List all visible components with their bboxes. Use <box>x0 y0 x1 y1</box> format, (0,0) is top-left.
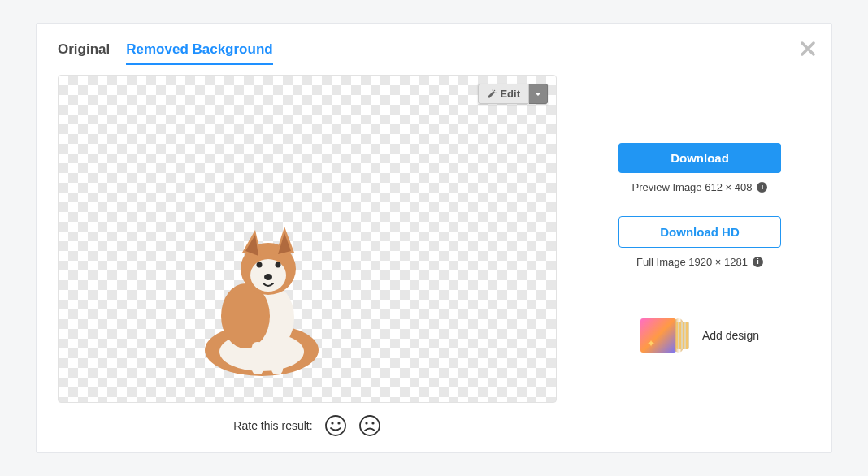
edit-button-group: Edit <box>478 84 548 104</box>
preview-canvas: Edit <box>58 75 557 403</box>
preview-size-label: Preview Image 612 × 408 <box>632 181 753 193</box>
smile-icon <box>324 414 347 437</box>
add-design-label: Add design <box>702 329 759 342</box>
svg-point-13 <box>264 274 272 280</box>
rate-row: Rate this result: <box>58 414 557 437</box>
result-image <box>180 220 343 383</box>
side-panel: Download Preview Image 612 × 408 i Downl… <box>589 75 810 437</box>
content-row: Edit <box>58 75 810 437</box>
svg-point-2 <box>493 89 493 90</box>
rate-label: Rate this result: <box>233 419 312 432</box>
design-thumbnail-icon: ✦ <box>640 318 692 353</box>
svg-point-11 <box>257 262 263 268</box>
close-button[interactable] <box>801 40 815 59</box>
svg-point-15 <box>331 422 333 424</box>
preview-column: Edit <box>58 75 557 437</box>
info-icon[interactable]: i <box>753 257 763 267</box>
svg-point-19 <box>371 422 374 424</box>
full-size-text: Full Image 1920 × 1281 i <box>636 256 763 268</box>
add-design-button[interactable]: ✦ Add design <box>640 318 759 353</box>
rate-bad-button[interactable] <box>358 414 381 437</box>
svg-rect-8 <box>271 342 283 374</box>
tab-removed-background[interactable]: Removed Background <box>126 41 272 65</box>
download-hd-button[interactable]: Download HD <box>618 216 781 248</box>
svg-point-16 <box>337 422 340 424</box>
result-card: Original Removed Background Edit <box>36 23 832 453</box>
info-icon[interactable]: i <box>757 182 767 193</box>
preview-size-text: Preview Image 612 × 408 i <box>632 181 768 193</box>
full-size-label: Full Image 1920 × 1281 <box>636 256 748 268</box>
svg-point-18 <box>365 422 367 424</box>
tabs: Original Removed Background <box>58 41 810 65</box>
caret-down-icon <box>534 90 542 98</box>
svg-point-1 <box>496 92 497 93</box>
edit-dropdown-button[interactable] <box>529 84 548 104</box>
edit-button[interactable]: Edit <box>478 84 529 104</box>
rate-good-button[interactable] <box>324 414 347 437</box>
svg-point-12 <box>276 262 281 268</box>
download-button[interactable]: Download <box>618 143 781 173</box>
edit-button-label: Edit <box>500 88 520 100</box>
svg-point-0 <box>494 89 496 91</box>
svg-point-17 <box>360 416 380 435</box>
svg-point-14 <box>326 416 345 435</box>
tab-original[interactable]: Original <box>58 41 110 65</box>
frown-icon <box>358 414 381 437</box>
close-icon <box>801 41 815 56</box>
svg-rect-7 <box>252 342 263 374</box>
wand-icon <box>487 89 497 99</box>
